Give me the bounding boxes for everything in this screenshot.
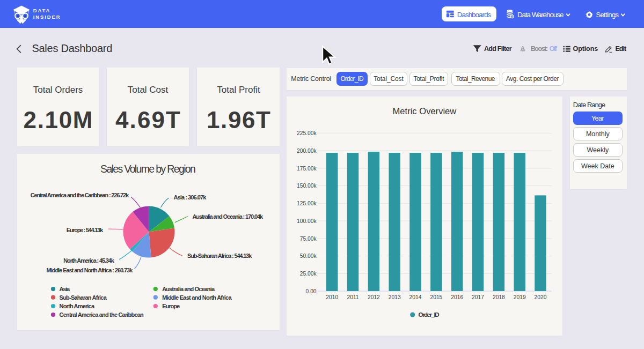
svg-text:2020: 2020 [535,294,547,300]
svg-text:100.00k: 100.00k [297,218,317,224]
svg-text:Central America and the Caribb: Central America and the Caribbean [60,311,144,318]
svg-text:Europe : 544.13k: Europe : 544.13k [67,227,104,233]
svg-text:Settings: Settings [596,11,619,19]
svg-text:Week Date: Week Date [581,162,614,170]
svg-text:2012: 2012 [368,294,380,300]
svg-text:Dashboards: Dashboards [457,11,492,19]
svg-text:150.00k: 150.00k [297,183,317,189]
svg-text:Edit: Edit [615,45,627,53]
svg-text:200.00k: 200.00k [297,148,317,154]
svg-text:Asia: Asia [60,286,70,292]
svg-text:Total Profit: Total Profit [217,85,260,95]
svg-text:Total Orders: Total Orders [33,85,83,95]
svg-text:Sub-Saharan Africa: Sub-Saharan Africa [60,294,107,301]
svg-text:Metric Overview: Metric Overview [393,106,457,116]
svg-text:Central America and the Caribb: Central America and the Caribbean : 226.… [31,192,129,198]
svg-text:Order_ID: Order_ID [340,75,363,83]
svg-text:INSIDER: INSIDER [33,14,61,20]
svg-text:125.00k: 125.00k [297,201,317,206]
svg-text:Monthly: Monthly [586,130,610,138]
svg-text:75.00k: 75.00k [300,236,317,242]
svg-text:Avg. Cost per Order: Avg. Cost per Order [506,75,559,83]
svg-text:Year: Year [591,115,604,122]
svg-text:4.69T: 4.69T [115,107,180,133]
svg-text:Total_Cost: Total_Cost [374,75,404,83]
svg-text:175.00k: 175.00k [297,166,317,172]
svg-text:DATA: DATA [33,8,51,13]
svg-text:2019: 2019 [514,294,526,300]
svg-text:2018: 2018 [493,294,505,300]
svg-text:Australia and Oceania : 170.04: Australia and Oceania : 170.04k [193,213,264,220]
svg-text:North America: North America [60,303,95,309]
svg-text:2014: 2014 [409,294,422,300]
svg-text:North America : 45.34k: North America : 45.34k [63,257,114,264]
svg-text:Order_ID: Order_ID [419,311,440,318]
svg-text:Total_Revenue: Total_Revenue [456,75,495,83]
svg-text:Sub-Saharan Africa : 544.13k: Sub-Saharan Africa : 544.13k [187,253,252,259]
svg-text:Boost:: Boost: [531,45,548,53]
svg-text:Australia and Oceania: Australia and Oceania [162,286,215,292]
svg-text:2011: 2011 [347,294,358,300]
svg-text:Sales Volume by Region: Sales Volume by Region [100,163,196,175]
svg-text:2017: 2017 [472,294,484,300]
svg-text:50.00k: 50.00k [300,253,317,259]
svg-text:Off: Off [550,45,558,53]
svg-text:Europe: Europe [162,303,180,309]
svg-text:Weekly: Weekly [587,146,609,154]
svg-text:2015: 2015 [430,294,442,300]
svg-text:Metric Control: Metric Control [291,75,331,83]
svg-text:2016: 2016 [451,294,463,300]
svg-text:2010: 2010 [326,294,338,300]
svg-text:1.96T: 1.96T [207,107,270,133]
svg-text:Total_Profit: Total_Profit [414,75,445,83]
svg-text:Options: Options [573,45,598,53]
svg-text:Total Cost: Total Cost [128,85,169,95]
svg-text:Sales Dashboard: Sales Dashboard [32,42,112,54]
svg-text:Asia : 306.07k: Asia : 306.07k [174,194,207,201]
svg-text:Date Range: Date Range [573,101,606,109]
svg-text:Middle East and North Africa: Middle East and North Africa [162,294,232,301]
svg-text:225.00k: 225.00k [297,130,317,136]
svg-text:2.10M: 2.10M [24,107,93,133]
svg-text:2013: 2013 [389,294,401,300]
svg-text:Middle East and North Africa :: Middle East and North Africa : 260.73k [47,267,134,273]
svg-text:25.00k: 25.00k [300,271,317,277]
svg-text:Add Filter: Add Filter [484,45,512,53]
svg-text:Data Warehouse: Data Warehouse [517,11,564,19]
svg-text:0.00: 0.00 [306,288,317,294]
